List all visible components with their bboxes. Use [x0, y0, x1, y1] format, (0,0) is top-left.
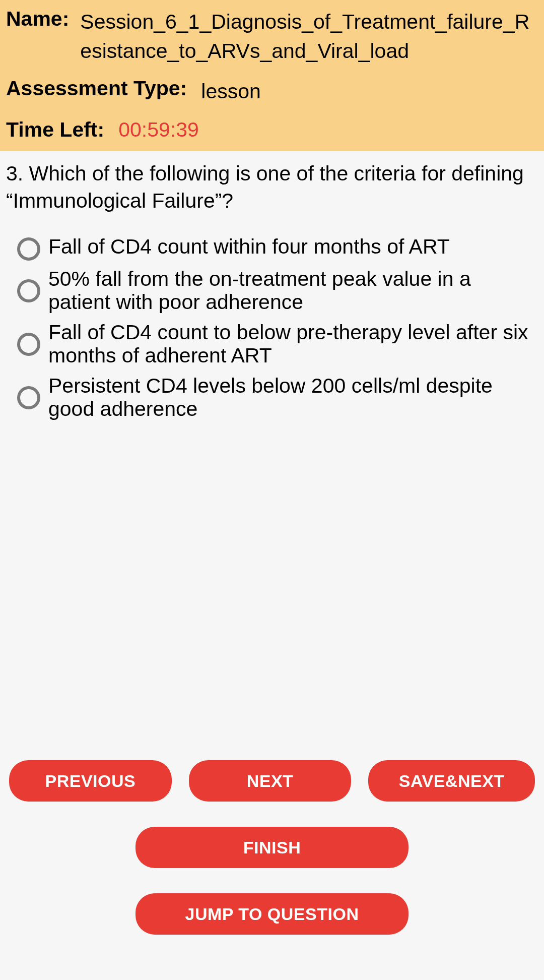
- name-value: Session_6_1_Diagnosis_of_Treatment_failu…: [80, 7, 538, 66]
- time-left-value: 00:59:39: [118, 118, 199, 142]
- button-container: PREVIOUS NEXT SAVE&NEXT FINISH JUMP TO Q…: [0, 760, 544, 935]
- options-list: Fall of CD4 count within four months of …: [6, 235, 538, 420]
- finish-button[interactable]: FINISH: [135, 827, 409, 868]
- option-text: Fall of CD4 count within four months of …: [48, 235, 450, 259]
- radio-icon[interactable]: [17, 386, 40, 409]
- assessment-type-row: Assessment Type: lesson: [6, 77, 538, 106]
- name-row: Name: Session_6_1_Diagnosis_of_Treatment…: [6, 7, 538, 66]
- option-text: Fall of CD4 count to below pre-therapy l…: [48, 321, 538, 368]
- jump-to-question-button[interactable]: JUMP TO QUESTION: [135, 893, 409, 935]
- nav-button-row: PREVIOUS NEXT SAVE&NEXT: [9, 760, 535, 802]
- radio-icon[interactable]: [17, 279, 40, 302]
- previous-button[interactable]: PREVIOUS: [9, 760, 172, 802]
- assessment-header: Name: Session_6_1_Diagnosis_of_Treatment…: [0, 0, 544, 151]
- question-text: 3. Which of the following is one of the …: [6, 160, 538, 214]
- time-left-row: Time Left: 00:59:39: [6, 118, 538, 142]
- option-text: 50% fall from the on-treatment peak valu…: [48, 268, 538, 314]
- radio-icon[interactable]: [17, 333, 40, 356]
- next-button[interactable]: NEXT: [189, 760, 352, 802]
- assessment-type-label: Assessment Type:: [6, 77, 187, 106]
- option-text: Persistent CD4 levels below 200 cells/ml…: [48, 375, 538, 421]
- option-row[interactable]: 50% fall from the on-treatment peak valu…: [17, 268, 538, 314]
- name-label: Name:: [6, 7, 69, 66]
- radio-icon[interactable]: [17, 237, 40, 261]
- option-row[interactable]: Persistent CD4 levels below 200 cells/ml…: [17, 375, 538, 421]
- save-next-button[interactable]: SAVE&NEXT: [368, 760, 535, 802]
- option-row[interactable]: Fall of CD4 count within four months of …: [17, 235, 538, 261]
- question-area: 3. Which of the following is one of the …: [0, 151, 544, 421]
- time-left-label: Time Left:: [6, 118, 104, 142]
- option-row[interactable]: Fall of CD4 count to below pre-therapy l…: [17, 321, 538, 368]
- question-body: Which of the following is one of the cri…: [6, 162, 524, 212]
- question-number: 3.: [6, 162, 23, 185]
- assessment-type-value: lesson: [201, 77, 261, 106]
